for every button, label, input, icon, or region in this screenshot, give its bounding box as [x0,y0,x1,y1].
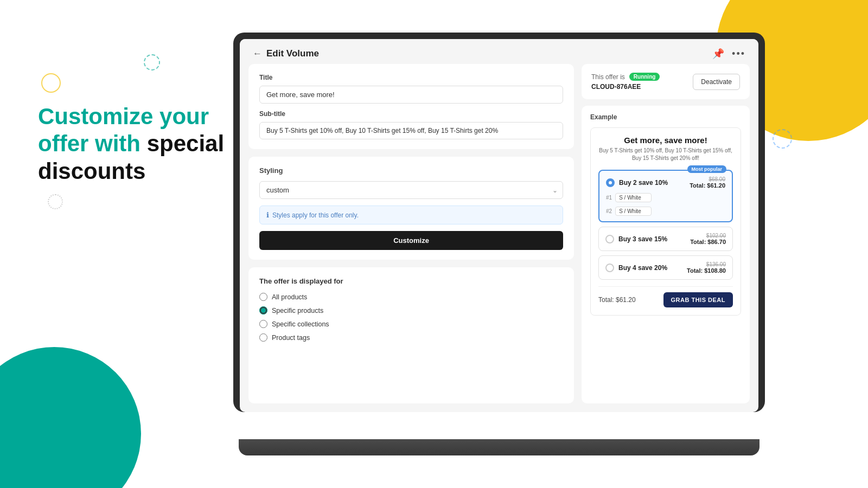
offer-radio-2 [605,235,614,243]
variant-select-wrapper-1: S / White [615,193,652,202]
offer-option-3-left: Buy 4 save 20% [605,264,667,272]
example-section: Example Get more, save more! Buy 5 T-Shi… [582,106,750,403]
example-card-subtitle: Buy 5 T-Shirts get 10% off, Buy 10 T-Shi… [598,147,733,162]
radio-product-tags-input[interactable] [259,333,267,342]
app-content: ← Edit Volume 📌 ••• Title [240,39,758,412]
back-button[interactable]: ← [253,48,262,59]
hero-line3: discounts [38,158,145,184]
styling-select-wrapper: custom default minimal ⌄ [259,181,563,199]
variant-label-1: #1 [606,195,612,201]
hero-heading: Customize your offer with special discou… [38,103,244,185]
variant-select-2[interactable]: S / White [615,207,652,216]
offer-option-3-price: $136.00 Total: $108.80 [687,261,726,274]
styling-select[interactable]: custom default minimal [259,181,563,199]
offer-total-label: Total: $61.20 [598,296,636,304]
offer-option-1-price: $68.00 Total: $61.20 [690,176,725,189]
styling-title: Styling [259,166,563,175]
offer-options: Most popular Buy 2 save 10% $68.00 [598,170,733,280]
title-label: Title [259,74,563,81]
status-left: This offer is Running CLOUD-876AEE [591,73,660,91]
radio-specific-products[interactable]: Specific products [259,306,563,314]
info-box: ℹ Styles apply for this offer only. [259,206,563,224]
hero-line2-teal: offer with [38,131,141,156]
offer-option-3[interactable]: Buy 4 save 20% $136.00 Total: $108.80 [598,255,733,280]
example-card-title: Get more, save more! [598,136,733,145]
radio-specific-products-input[interactable] [259,306,267,314]
radio-all-products[interactable]: All products [259,293,563,301]
display-section: The offer is displayed for All products … [248,267,574,403]
laptop-screen: ← Edit Volume 📌 ••• Title [240,39,758,412]
radio-group: All products Specific products Specific … [259,293,563,342]
offer-option-3-name: Buy 4 save 20% [618,264,667,272]
subtitle-label: Sub-title [259,110,563,118]
header-right: 📌 ••• [712,48,745,60]
hero-line1: Customize your [38,104,209,129]
styling-section: Styling custom default minimal ⌄ ℹ [248,157,574,260]
page-title: Edit Volume [266,48,319,59]
offer-option-2-name: Buy 3 save 15% [618,235,667,243]
radio-all-products-input[interactable] [259,293,267,301]
radio-all-products-label: All products [272,293,307,301]
variant-row-1: #1 S / White [606,193,725,202]
bg-outline-circle-tl [41,73,61,93]
offer-option-1-header: Buy 2 save 10% $68.00 Total: $61.20 [606,176,725,189]
variant-select-1[interactable]: S / White [615,193,652,202]
offer-original-price-1: $68.00 [690,176,725,182]
variant-select-wrapper-2: S / White [615,207,652,216]
offer-final-price-1: Total: $61.20 [690,182,725,189]
bg-dotted-circle-tl [144,54,160,70]
radio-product-tags-label: Product tags [272,334,310,342]
title-section: Title Sub-title [248,64,574,149]
example-card: Get more, save more! Buy 5 T-Shirts get … [590,127,741,316]
radio-specific-collections[interactable]: Specific collections [259,320,563,328]
variant-label-2: #2 [606,208,612,214]
laptop-base [239,439,760,455]
offer-radio-1 [606,178,615,187]
laptop-screen-outer: ← Edit Volume 📌 ••• Title [233,33,765,412]
title-input[interactable] [259,86,563,104]
offer-total-row: Total: $61.20 GRAB THIS DEAL [598,286,733,307]
offer-option-1[interactable]: Most popular Buy 2 save 10% $68.00 [598,170,733,222]
offer-option-2-price: $102.00 Total: $86.70 [690,233,726,245]
radio-specific-products-label: Specific products [272,307,323,314]
preview-panel: This offer is Running CLOUD-876AEE Deact… [582,64,750,403]
offer-option-3-header: Buy 4 save 20% $136.00 Total: $108.80 [605,261,726,274]
offer-option-2-left: Buy 3 save 15% [605,235,667,243]
app-header: ← Edit Volume 📌 ••• [240,39,758,64]
radio-specific-collections-input[interactable] [259,320,267,328]
status-text-label: This offer is [591,73,625,81]
header-left: ← Edit Volume [253,48,319,59]
status-badge: Running [629,73,660,81]
hero-section: Customize your offer with special discou… [38,103,244,185]
info-icon: ℹ [266,211,269,219]
form-panel: Title Sub-title Styling custom [248,64,574,403]
radio-specific-collections-label: Specific collections [272,320,329,328]
deactivate-button[interactable]: Deactivate [693,74,740,90]
pin-icon[interactable]: 📌 [712,48,724,60]
offer-final-price-3: Total: $108.80 [687,267,726,274]
bg-dotted-circle-right [773,129,792,149]
offer-original-price-2: $102.00 [690,233,726,239]
example-label: Example [590,113,741,121]
offer-option-1-left: Buy 2 save 10% [606,178,668,187]
bg-teal-circle [0,347,141,488]
offer-option-2-header: Buy 3 save 15% $102.00 Total: $86.70 [605,233,726,245]
radio-product-tags[interactable]: Product tags [259,333,563,342]
more-icon[interactable]: ••• [732,48,745,60]
variant-row-2: #2 S / White [606,207,725,216]
offer-original-price-3: $136.00 [687,261,726,267]
grab-deal-button[interactable]: GRAB THIS DEAL [663,292,733,307]
offer-code: CLOUD-876AEE [591,83,660,91]
bg-dots-circle-mid [48,194,63,209]
customize-button[interactable]: Customize [259,231,563,250]
hero-line2-black: special [141,131,224,156]
popular-badge: Most popular [687,165,727,173]
subtitle-input[interactable] [259,122,563,139]
info-text: Styles apply for this offer only. [272,211,359,219]
offer-option-2[interactable]: Buy 3 save 15% $102.00 Total: $86.70 [598,227,733,251]
status-row: This offer is Running [591,73,660,81]
laptop-container: ← Edit Volume 📌 ••• Title [233,33,765,455]
offer-final-price-2: Total: $86.70 [690,239,726,245]
offer-option-1-name: Buy 2 save 10% [619,179,668,187]
display-title: The offer is displayed for [259,277,563,285]
